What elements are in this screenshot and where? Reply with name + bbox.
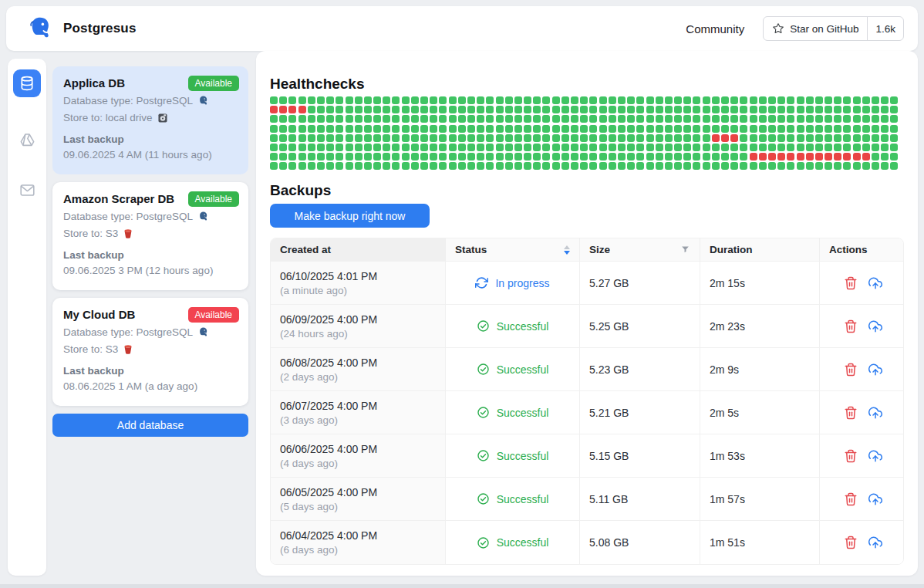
- healthcheck-cell: [411, 144, 419, 151]
- delete-backup-button[interactable]: [844, 406, 858, 420]
- sort-icon[interactable]: [564, 245, 570, 255]
- healthcheck-cell: [730, 153, 738, 161]
- restore-backup-button[interactable]: [868, 536, 882, 549]
- restore-backup-button[interactable]: [868, 492, 882, 506]
- healthcheck-cell: [589, 153, 597, 161]
- delete-backup-button[interactable]: [844, 449, 858, 463]
- healthcheck-cell: [740, 115, 747, 123]
- delete-backup-button[interactable]: [844, 363, 858, 377]
- restore-backup-button[interactable]: [868, 363, 882, 377]
- database-card[interactable]: Applica DBAvailableDatabase type: Postgr…: [52, 66, 248, 174]
- healthcheck-cell: [721, 115, 729, 123]
- column-header-size[interactable]: Size: [580, 238, 700, 262]
- size-cell: 5.23 GB: [580, 348, 700, 391]
- status-cell: Successful: [446, 478, 580, 521]
- healthcheck-cell: [740, 153, 747, 161]
- healthcheck-cell: [336, 134, 343, 142]
- healthcheck-cell: [853, 96, 861, 104]
- add-database-button[interactable]: Add database: [52, 414, 248, 437]
- column-label: Actions: [829, 244, 868, 255]
- healthcheck-cell: [806, 96, 814, 104]
- nav-item-databases[interactable]: [13, 69, 41, 97]
- duration-cell: 2m 15s: [700, 262, 820, 305]
- healthcheck-cell: [787, 153, 794, 161]
- healthcheck-cell: [618, 134, 626, 142]
- healthcheck-cell: [834, 106, 841, 113]
- healthcheck-cell: [730, 106, 738, 113]
- healthcheck-cell: [730, 162, 738, 170]
- column-header-status[interactable]: Status: [446, 238, 580, 262]
- healthcheck-cell: [346, 153, 353, 161]
- backup-relative-time: (2 days ago): [280, 371, 436, 383]
- make-backup-button[interactable]: Make backup right now: [270, 204, 430, 228]
- healthcheck-cell: [806, 153, 814, 161]
- filter-icon[interactable]: [680, 245, 690, 255]
- healthcheck-cell: [759, 106, 767, 113]
- healthcheck-cell: [496, 162, 504, 170]
- healthcheck-cell: [890, 106, 898, 113]
- table-body: 06/10/2025 4:01 PM(a minute ago)In progr…: [271, 262, 903, 564]
- healthcheck-cell: [336, 125, 343, 133]
- restore-backup-button[interactable]: [868, 406, 882, 420]
- healthcheck-cell: [308, 115, 315, 123]
- healthcheck-cell: [636, 96, 644, 104]
- restore-backup-button[interactable]: [868, 319, 882, 333]
- healthcheck-cell: [373, 162, 381, 170]
- healthcheck-cell: [872, 153, 879, 161]
- healthcheck-cell: [496, 115, 504, 123]
- main-panel: Healthchecks Backups Make backup right n…: [256, 51, 918, 576]
- healthcheck-cell: [599, 96, 607, 104]
- healthcheck-cell: [665, 125, 673, 133]
- healthcheck-cell: [552, 153, 560, 161]
- restore-backup-button[interactable]: [868, 449, 882, 463]
- healthcheck-cell: [599, 144, 607, 151]
- database-card[interactable]: My Cloud DBAvailableDatabase type: Postg…: [52, 298, 248, 406]
- store-to-line: Store to: local drive: [63, 112, 238, 123]
- delete-backup-button[interactable]: [844, 536, 858, 549]
- healthcheck-cell: [890, 134, 898, 142]
- healthcheck-cell: [346, 96, 353, 104]
- healthcheck-cell: [646, 115, 654, 123]
- healthcheck-cell: [721, 125, 729, 133]
- restore-backup-button[interactable]: [868, 276, 882, 290]
- healthcheck-cell: [797, 162, 804, 170]
- healthcheck-cell: [346, 106, 353, 113]
- healthcheck-cell: [533, 115, 541, 123]
- nav-item-notifiers[interactable]: [13, 176, 41, 204]
- delete-backup-button[interactable]: [844, 276, 858, 290]
- star-on-github-button[interactable]: Star on GitHub 1.6k: [763, 16, 904, 41]
- drive-icon: [19, 131, 35, 147]
- healthcheck-cell: [449, 153, 457, 161]
- backup-date: 06/09/2025 4:00 PM: [280, 313, 436, 326]
- check-circle-icon: [477, 449, 490, 462]
- healthcheck-cell: [364, 144, 372, 151]
- column-header-created-at[interactable]: Created at: [271, 238, 446, 262]
- check-circle-icon: [477, 536, 490, 549]
- healthcheck-cell: [439, 96, 447, 104]
- status-text: Successful: [497, 363, 549, 376]
- healthcheck-cell: [317, 134, 325, 142]
- healthcheck-cell: [336, 115, 343, 123]
- healthcheck-cell: [288, 162, 296, 170]
- healthcheck-cell: [458, 134, 466, 142]
- trash-icon: [844, 449, 858, 463]
- healthcheck-cell: [609, 106, 616, 113]
- table-row: 06/09/2025 4:00 PM(24 hours ago)Successf…: [271, 305, 903, 348]
- nav-item-storages[interactable]: [13, 125, 41, 153]
- healthcheck-cell: [618, 96, 626, 104]
- community-link[interactable]: Community: [686, 22, 744, 35]
- delete-backup-button[interactable]: [844, 319, 858, 333]
- healthcheck-cell: [477, 115, 484, 123]
- healthcheck-cell: [872, 162, 879, 170]
- trash-icon: [844, 363, 858, 377]
- star-on-github-segment[interactable]: Star on GitHub: [764, 17, 867, 40]
- healthcheck-cell: [787, 96, 794, 104]
- size-cell: 5.08 GB: [580, 521, 700, 564]
- database-card[interactable]: Amazon Scraper DBAvailableDatabase type:…: [52, 182, 248, 290]
- github-star-count[interactable]: 1.6k: [867, 17, 903, 40]
- healthcheck-cell: [420, 96, 428, 104]
- healthcheck-cell: [730, 125, 738, 133]
- healthcheck-cell: [834, 96, 841, 104]
- healthcheck-cell: [288, 96, 296, 104]
- delete-backup-button[interactable]: [844, 492, 858, 506]
